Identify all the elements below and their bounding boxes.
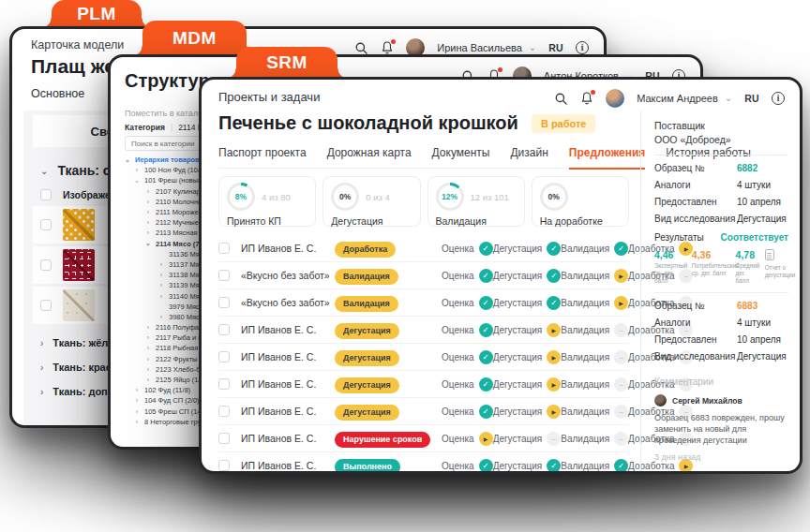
info-label: Вид исследования: [654, 351, 737, 362]
row-checkbox[interactable]: [40, 259, 52, 271]
stage-label: Валидация: [561, 352, 609, 362]
info-label: Предоставлен: [654, 334, 737, 345]
stage-label: Дегустация: [493, 271, 543, 281]
row-checkbox[interactable]: [40, 219, 52, 230]
language-selector[interactable]: RU: [744, 93, 759, 104]
metric: 4,36Потребительский ср. дег. балл: [692, 249, 729, 285]
chevron-right-icon: ›: [40, 362, 43, 373]
tree-item-label: 100 Нон Фуд (10/2): [144, 166, 206, 174]
stage-label: Дегустация: [493, 406, 543, 417]
project-tab-1[interactable]: Дорожная карта: [327, 146, 412, 168]
search-icon[interactable]: [554, 92, 568, 106]
search-icon[interactable]: [354, 41, 368, 55]
project-tab-4[interactable]: Предложения: [569, 146, 646, 168]
comment-author: Сергей Михайлов: [672, 396, 742, 406]
table-row: ИП Иванов Е. С.ДегустацияОценка✓Дегустац…: [218, 371, 629, 398]
stage-play-icon: ▶: [547, 350, 561, 364]
product-tab-mdm[interactable]: MDM: [142, 21, 247, 56]
chevron-right-icon: ›: [133, 408, 141, 415]
supplier-name: «Вкусно без забот»: [241, 270, 335, 281]
breadcrumb: Карточка модели: [31, 38, 124, 52]
stage-label: Дегустация: [493, 352, 543, 362]
place-in-catalog-button[interactable]: Поместить в каталог: [125, 109, 206, 118]
chevron-down-icon: ⌄: [144, 240, 152, 247]
breadcrumb: Проекты и задачи: [218, 90, 320, 104]
metric: 4,78Средний дег. балл: [736, 249, 758, 285]
stage-none-icon: –: [614, 323, 628, 337]
tree-item-label: 104 Фуд СП (2/0): [144, 396, 200, 405]
progress-ring: 12%: [436, 183, 464, 211]
row-checkbox[interactable]: [218, 378, 230, 390]
chevron-right-icon: ›: [158, 272, 165, 278]
stage-label: Дегустация: [493, 379, 543, 390]
stage-label: Валидация: [561, 298, 609, 308]
proposals-table: ИП Иванов Е. С.ДоработкаОценка✓Дегустаци…: [218, 235, 629, 474]
row-checkbox[interactable]: [40, 300, 52, 311]
notification-dot: [391, 39, 396, 44]
sample-number: 6882: [737, 163, 788, 173]
status-badge: Дегустация: [335, 323, 399, 339]
chevron-right-icon: ›: [133, 167, 141, 173]
chevron-right-icon: ›: [144, 199, 152, 205]
info-icon[interactable]: i: [576, 41, 589, 54]
report-icon[interactable]: [765, 249, 774, 260]
progress-card: 12%12 из 101Валидация: [428, 176, 525, 227]
stage-play-icon: ▶: [547, 405, 561, 419]
row-checkbox[interactable]: [218, 351, 230, 362]
row-checkbox[interactable]: [218, 297, 230, 308]
progress-label: Принято КП: [227, 215, 308, 227]
stage-done-icon: ✓: [479, 405, 493, 419]
stage-label: Оценка: [442, 325, 474, 335]
chevron-down-icon[interactable]: ⌄: [40, 166, 48, 176]
product-tab-srm[interactable]: SRM: [236, 47, 338, 79]
row-checkbox[interactable]: [218, 406, 230, 417]
progress-cards: 8%4 из 80Принято КП0%0 из 4Дегустация12%…: [218, 176, 629, 227]
comment-text: Образец 6883 поврежден, прошу заменить н…: [654, 412, 788, 446]
info-value: 4 штуки: [737, 180, 788, 190]
stage-done-icon: ✓: [479, 269, 493, 283]
row-checkbox[interactable]: [218, 270, 230, 281]
row-checkbox[interactable]: [218, 243, 230, 254]
row-checkbox[interactable]: [218, 324, 230, 335]
info-value: Дегустация: [737, 351, 788, 362]
chevron-right-icon: ›: [144, 356, 152, 362]
supplier-name: «Вкусно без забот»: [241, 297, 335, 308]
chevron-down-icon: ⌄: [133, 177, 141, 185]
row-checkbox[interactable]: [218, 433, 230, 444]
select-all-checkbox[interactable]: [40, 189, 52, 200]
user-name[interactable]: Ирина Васильева: [437, 42, 522, 53]
avatar[interactable]: [606, 89, 624, 108]
bell-icon[interactable]: [580, 91, 593, 106]
chevron-right-icon: ›: [133, 387, 141, 393]
product-tab-plm[interactable]: PLM: [52, 0, 142, 28]
project-tab-0[interactable]: Паспорт проекта: [218, 146, 307, 168]
tab-main[interactable]: Основное: [31, 87, 84, 100]
project-tab-2[interactable]: Документы: [432, 146, 490, 168]
progress-card: 8%4 из 80Принято КП: [218, 176, 316, 227]
row-checkbox[interactable]: [218, 460, 230, 471]
chevron-right-icon: ›: [133, 419, 141, 425]
supplier-name: ИП Иванов Е. С.: [241, 243, 335, 254]
chevron-right-icon: ›: [158, 261, 165, 268]
chevron-right-icon: ›: [144, 324, 152, 331]
supplier-name: ИП Иванов Е. С.: [241, 433, 335, 444]
stage-none-icon: –: [614, 405, 628, 419]
bell-icon[interactable]: [381, 40, 394, 55]
info-icon[interactable]: i: [772, 92, 785, 105]
divider: [654, 292, 788, 293]
stage-label: Дегустация: [493, 325, 543, 335]
language-selector[interactable]: RU: [548, 42, 563, 53]
user-name[interactable]: Максим Андреев: [637, 93, 718, 104]
metric-value: 4,46: [654, 249, 685, 260]
status-badge: Валидация: [335, 269, 398, 285]
stage-label: Валидация: [561, 406, 609, 417]
fabric-yellow-dots: [63, 209, 95, 241]
info-value: 10 апреля: [737, 197, 788, 207]
progress-count: 0 из 4: [366, 192, 390, 202]
chevron-right-icon: ›: [144, 345, 152, 351]
table-row: ИП Иванов Е. С.Нарушение сроковОценка▶Де…: [218, 425, 629, 452]
fabric-red-pattern: [63, 249, 95, 281]
project-tab-3[interactable]: Дизайн: [510, 146, 548, 168]
chevron-right-icon: ›: [158, 314, 165, 320]
results-value: Соответствует: [721, 232, 788, 243]
